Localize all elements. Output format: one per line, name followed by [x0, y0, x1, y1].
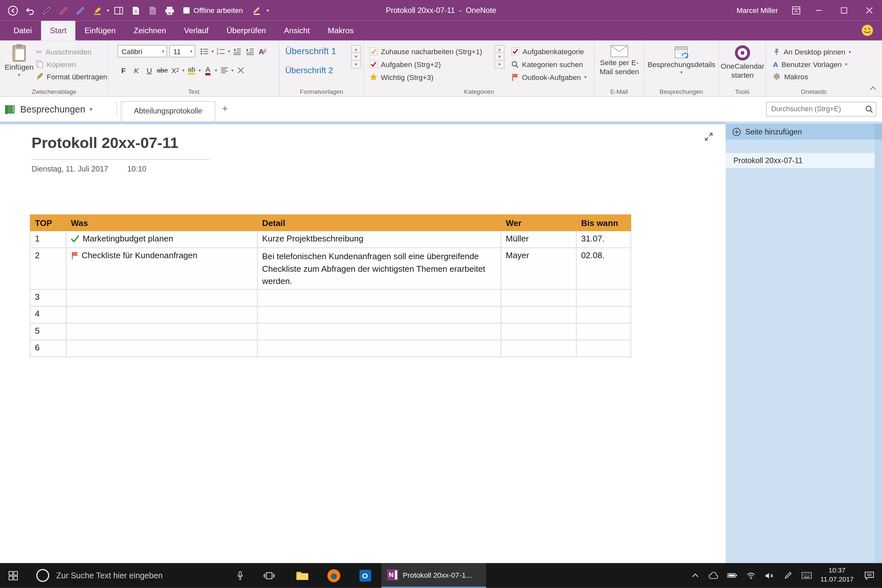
- pin-to-desktop-button[interactable]: An Desktop pinnen ▾: [773, 46, 851, 57]
- outlook-icon[interactable]: O: [354, 563, 375, 588]
- cell-top-6[interactable]: 6: [30, 340, 66, 357]
- taskbar-search-placeholder[interactable]: Zur Suche Text hier eingeben: [56, 563, 162, 588]
- pen-tray-icon[interactable]: [778, 563, 797, 588]
- highlight-caret-icon[interactable]: ▾: [199, 68, 201, 73]
- tray-chevron-up-icon[interactable]: [686, 563, 704, 588]
- pen-blue-icon[interactable]: [73, 3, 88, 18]
- close-button[interactable]: [856, 0, 882, 21]
- tab-ueberpruefen[interactable]: Überprüfen: [218, 21, 275, 40]
- tab-verlauf[interactable]: Verlauf: [175, 21, 218, 40]
- section-tab-abteilungsprotokolle[interactable]: Abteilungsprotokolle: [121, 101, 215, 122]
- style-heading2[interactable]: Überschrift 2: [285, 65, 333, 75]
- signed-in-user[interactable]: Marcel Miller: [736, 6, 778, 15]
- font-size-combo[interactable]: 11 ▾: [169, 45, 195, 57]
- outdent-button[interactable]: [231, 45, 243, 57]
- cell-wer-3[interactable]: [501, 290, 576, 306]
- cut-button[interactable]: ✂ Ausschneiden: [36, 46, 92, 57]
- offline-status[interactable]: Offline arbeiten: [183, 6, 243, 15]
- font-name-combo[interactable]: Calibri ▾: [118, 45, 167, 57]
- cell-top-2[interactable]: 2: [30, 248, 66, 290]
- cell-biswann-1[interactable]: 31.07.: [576, 231, 631, 248]
- styles-scroll-up-icon[interactable]: ▲: [351, 45, 361, 53]
- page-date[interactable]: Dienstag, 11. Juli 2017: [32, 165, 108, 173]
- onecalendar-button[interactable]: OneCalendar starten: [721, 45, 764, 80]
- wifi-icon[interactable]: [741, 563, 760, 588]
- cell-top-1[interactable]: 1: [30, 231, 66, 248]
- tab-start[interactable]: Start: [41, 21, 75, 40]
- firefox-icon[interactable]: [323, 563, 344, 588]
- task-view-button[interactable]: [259, 563, 279, 588]
- pen-black-icon[interactable]: [39, 3, 54, 18]
- page-canvas[interactable]: Protokoll 20xx-07-11 Dienstag, 11. Juli …: [0, 124, 726, 563]
- new-page-icon[interactable]: [128, 3, 143, 18]
- cell-wer-6[interactable]: [501, 340, 576, 357]
- align-button[interactable]: [218, 64, 230, 76]
- italic-button[interactable]: K: [130, 64, 142, 76]
- col-header-detail[interactable]: Detail: [257, 215, 501, 231]
- search-icon[interactable]: [862, 105, 876, 113]
- taskbar-app-onenote[interactable]: N Protokoll 20xx-07-1...: [381, 563, 486, 588]
- numbering-button[interactable]: 12: [215, 45, 227, 57]
- categories-more-icon[interactable]: ▼: [495, 61, 504, 68]
- paste-button[interactable]: Einfügen ▾: [4, 44, 34, 78]
- pen-dropdown-caret-icon[interactable]: ▾: [107, 8, 109, 13]
- highlighter-icon[interactable]: [90, 3, 105, 18]
- cell-detail-6[interactable]: [257, 340, 501, 357]
- find-tags-button[interactable]: Kategorien suchen: [511, 58, 583, 70]
- col-header-top[interactable]: TOP: [30, 215, 66, 231]
- sidebar-scrollbar-thumb[interactable]: [874, 124, 882, 140]
- cell-wer-4[interactable]: [501, 307, 576, 323]
- font-color-button[interactable]: A: [202, 64, 214, 76]
- underline-button[interactable]: U: [144, 64, 155, 76]
- page-time[interactable]: 10:10: [128, 165, 146, 173]
- volume-muted-icon[interactable]: [760, 563, 778, 588]
- taskbar-clock[interactable]: 10:37 11.07.2017: [816, 567, 858, 584]
- tab-datei[interactable]: Datei: [4, 21, 41, 40]
- page-title[interactable]: Protokoll 20xx-07-11: [32, 134, 178, 152]
- fullpage-view-icon[interactable]: [704, 132, 713, 144]
- numbering-caret-icon[interactable]: ▾: [228, 49, 230, 54]
- copy-button[interactable]: Kopieren: [36, 58, 76, 70]
- cell-was-5[interactable]: [66, 323, 257, 340]
- start-button[interactable]: [0, 563, 26, 588]
- font-color-caret-icon[interactable]: ▾: [215, 68, 217, 73]
- format-painter-button[interactable]: Format übertragen: [36, 71, 107, 82]
- tab-ansicht[interactable]: Ansicht: [275, 21, 319, 40]
- cell-biswann-2[interactable]: 02.08.: [576, 248, 631, 290]
- categories-scroll-up-icon[interactable]: ▲: [495, 45, 504, 53]
- favorite-pen-icon[interactable]: [250, 3, 264, 18]
- bullets-caret-icon[interactable]: ▾: [212, 49, 214, 54]
- delete-button[interactable]: [235, 64, 247, 76]
- cell-biswann-6[interactable]: [576, 340, 631, 357]
- clear-formatting-button[interactable]: A: [257, 45, 269, 57]
- notebook-dropdown[interactable]: Besprechungen ▾: [4, 101, 92, 117]
- cell-top-4[interactable]: 4: [30, 307, 66, 323]
- bullets-button[interactable]: [199, 45, 210, 57]
- subscript-caret-icon[interactable]: ▾: [182, 68, 184, 73]
- undo-button[interactable]: [22, 3, 37, 18]
- tag-home-followup[interactable]: Zuhause nacharbeiten (Strg+1): [369, 45, 482, 57]
- cell-was-2[interactable]: Checkliste für Kundenanfragen: [66, 248, 257, 290]
- user-templates-button[interactable]: A Benutzer Vorlagen ▾: [773, 58, 847, 70]
- align-caret-icon[interactable]: ▾: [231, 68, 233, 73]
- cell-was-4[interactable]: [66, 307, 257, 323]
- email-page-button[interactable]: Seite per E-Mail senden: [597, 45, 641, 77]
- cell-detail-1[interactable]: Kurze Projektbeschreibung: [257, 231, 501, 248]
- cell-top-5[interactable]: 5: [30, 323, 66, 340]
- style-heading1[interactable]: Überschrift 1: [285, 46, 336, 56]
- cell-detail-4[interactable]: [257, 307, 501, 323]
- outlook-tasks-button[interactable]: Outlook-Aufgaben ▾: [511, 72, 586, 83]
- dictation-mic-icon[interactable]: [231, 563, 249, 588]
- col-header-wer[interactable]: Wer: [501, 215, 576, 231]
- styles-more-icon[interactable]: ▼: [351, 61, 361, 68]
- cell-was-1[interactable]: Marketingbudget planen: [66, 231, 257, 248]
- touch-keyboard-icon[interactable]: [797, 563, 816, 588]
- cell-was-6[interactable]: [66, 340, 257, 357]
- cell-wer-5[interactable]: [501, 323, 576, 340]
- back-button[interactable]: [6, 3, 20, 18]
- cell-wer-2[interactable]: Mayer: [501, 248, 576, 290]
- cell-detail-3[interactable]: [257, 290, 501, 306]
- onedrive-cloud-icon[interactable]: [704, 563, 723, 588]
- styles-scroll-down-icon[interactable]: ▼: [351, 53, 361, 61]
- cell-biswann-5[interactable]: [576, 323, 631, 340]
